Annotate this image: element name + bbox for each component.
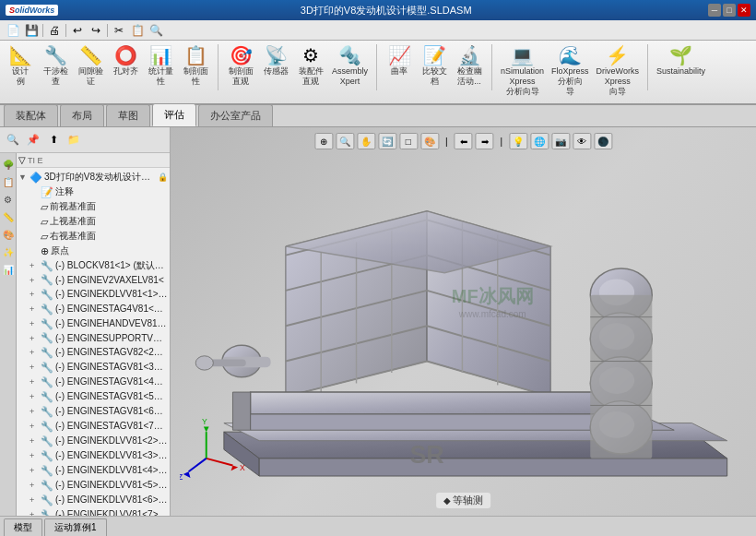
- lv-propertymanager-icon[interactable]: 📋: [1, 174, 16, 189]
- lv-dimbxpert-icon[interactable]: 📏: [1, 209, 16, 224]
- ribbon-check-button[interactable]: 🔬 检查幽活动...: [453, 44, 486, 89]
- lv-featuretree-icon[interactable]: 🌳: [1, 157, 16, 172]
- tab-evaluate[interactable]: 评估: [152, 103, 196, 126]
- tree-kdl2-item[interactable]: + 🔧 (-) ENGINEKDLVV81<2> (默: [18, 434, 168, 448]
- tree-stag2-item[interactable]: + 🔧 (-) ENGINESTAGV82<2> (默: [18, 345, 168, 360]
- ribbon-clearance-button[interactable]: 📏 间隙验证: [74, 44, 107, 89]
- tree-engine5-item[interactable]: + 🔧 (-) ENGINESUPPORTVV83<: [18, 331, 168, 345]
- tree-engine1-item[interactable]: + 🔧 (-) ENGINEV2VAXELV81<: [18, 273, 168, 287]
- tree-toggle-e2[interactable]: +: [30, 290, 41, 299]
- minimize-button[interactable]: ─: [708, 4, 721, 17]
- tree-toggle-s2[interactable]: +: [30, 348, 41, 357]
- rotate-icon[interactable]: 🔄: [378, 133, 396, 149]
- tree-toggle-k3[interactable]: +: [30, 451, 41, 460]
- copy-icon[interactable]: 📋: [128, 22, 147, 39]
- ribbon-section-button[interactable]: 📋 制剖面性: [179, 44, 212, 89]
- ribbon-flox-button[interactable]: 🌊 FloXpress分析向导: [549, 44, 592, 98]
- section-view-icon[interactable]: □: [399, 133, 418, 149]
- lv-appearance-icon[interactable]: ✨: [1, 244, 16, 259]
- tree-toggle-s6[interactable]: +: [30, 407, 41, 416]
- tree-root-item[interactable]: ▼ 🔷 3D打印的V8发动机设计模型 🔒: [18, 170, 168, 185]
- tree-stag4-item[interactable]: + 🔧 (-) ENGINESTAGV81<4> (默: [18, 375, 168, 389]
- ribbon-curve-button[interactable]: 📈 曲率: [383, 44, 416, 78]
- tree-toggle-k5[interactable]: +: [30, 481, 41, 490]
- ribbon-design-button[interactable]: 📐 设计例: [4, 44, 37, 89]
- ribbon-drive-button[interactable]: ⚡ DriveWorksXpress向导: [594, 44, 642, 98]
- display-style-icon[interactable]: 🎨: [420, 133, 439, 149]
- tree-frontplane-item[interactable]: ▱ 前视基准面: [18, 199, 168, 214]
- lt-pin-icon[interactable]: 📌: [24, 131, 42, 149]
- undo-icon[interactable]: ↩: [68, 22, 87, 39]
- ribbon-xpert-button[interactable]: 🔩 AssemblyXpert: [329, 44, 371, 89]
- ribbon-stats-button[interactable]: 📊 统计量性: [144, 44, 177, 89]
- lt-search-icon[interactable]: 🔍: [4, 131, 22, 149]
- tree-toggle-s4[interactable]: +: [30, 377, 41, 387]
- tree-toggle-k6[interactable]: +: [30, 495, 41, 505]
- save-icon[interactable]: 💾: [22, 22, 41, 39]
- 3d-viewport[interactable]: ⊕ 🔍 ✋ 🔄 □ 🎨 | ⬅ ➡ | 💡 🌐 📷 👁 🌑: [171, 127, 756, 516]
- tab-motion[interactable]: 运动算例1: [44, 518, 107, 536]
- tree-stag6-item[interactable]: + 🔧 (-) ENGINESTAGV81<6> (默: [18, 404, 168, 419]
- tab-sketch[interactable]: 草图: [106, 104, 150, 126]
- tree-toggle-s3[interactable]: +: [30, 363, 41, 372]
- zoom-fit-icon[interactable]: ⊕: [314, 133, 333, 149]
- print-icon[interactable]: 🖨: [45, 22, 64, 39]
- ribbon-view3d-button[interactable]: 🎯 制剖面直观: [224, 44, 257, 89]
- tree-kdl5-item[interactable]: + 🔧 (-) ENGINEKDLVV81<5> (默: [18, 478, 168, 493]
- tree-toggle-e4[interactable]: +: [30, 319, 41, 328]
- tree-toggle-s5[interactable]: +: [30, 392, 41, 401]
- tree-toggle-e1[interactable]: +: [30, 276, 41, 285]
- realview-icon[interactable]: 👁: [573, 133, 591, 149]
- shadows-icon[interactable]: 🌑: [594, 133, 612, 149]
- tree-toggle-e5[interactable]: +: [30, 334, 41, 343]
- pan-icon[interactable]: ✋: [357, 133, 375, 149]
- tree-toggle-s7[interactable]: +: [30, 422, 41, 431]
- tree-kdl3-item[interactable]: + 🔧 (-) ENGINEKDLVV81<3> (默: [18, 448, 168, 463]
- tree-root-toggle[interactable]: ▼: [18, 173, 30, 182]
- lighting-icon[interactable]: 💡: [509, 133, 527, 149]
- lt-expand-icon[interactable]: 📁: [65, 131, 83, 149]
- lv-configmanager-icon[interactable]: ⚙: [1, 192, 16, 207]
- tab-office[interactable]: 办公室产品: [198, 104, 273, 126]
- maximize-button[interactable]: □: [723, 4, 736, 17]
- tree-block-item[interactable]: + 🔧 (-) BLOCKV81<1> (默认<数: [18, 258, 168, 273]
- tree-stag7-item[interactable]: + 🔧 (-) ENGINESTAGV81<7> (默: [18, 419, 168, 434]
- lv-display-icon[interactable]: 🎨: [1, 227, 16, 242]
- scene-icon[interactable]: 🌐: [530, 133, 549, 149]
- tab-layout[interactable]: 布局: [60, 104, 104, 126]
- tree-stag3-item[interactable]: + 🔧 (-) ENGINESTAGV81<3> (默: [18, 360, 168, 375]
- ribbon-compare-button[interactable]: 📝 比较文档: [418, 44, 451, 89]
- tree-toggle-k4[interactable]: +: [30, 466, 41, 475]
- tree-origin-item[interactable]: ⊕ 原点: [18, 244, 168, 258]
- tab-assembly[interactable]: 装配体: [4, 104, 58, 126]
- zoom-area-icon[interactable]: 🔍: [336, 133, 354, 149]
- tree-topplane-item[interactable]: ▱ 上视基准面: [18, 214, 168, 229]
- tree-kdl4-item[interactable]: + 🔧 (-) ENGINEKDLVV81<4> (默: [18, 463, 168, 478]
- tree-engine4-item[interactable]: + 🔧 (-) ENGINEHANDVEV81<1> (默: [18, 316, 168, 331]
- tree-annotation-item[interactable]: 📝 注释: [18, 185, 168, 199]
- search-icon[interactable]: 🔍: [147, 22, 165, 39]
- tree-toggle-k2[interactable]: +: [30, 436, 41, 446]
- tree-toggle-bl[interactable]: +: [30, 261, 41, 270]
- ribbon-nsim-button[interactable]: 💻 nSimulationXpress分析向导: [498, 44, 547, 98]
- tab-model[interactable]: 模型: [4, 518, 42, 536]
- lv-sim-icon[interactable]: 📊: [1, 262, 16, 277]
- close-button[interactable]: ✕: [738, 4, 750, 17]
- redo-icon[interactable]: ↪: [87, 22, 105, 39]
- ribbon-interference-button[interactable]: 🔧 干涉检查: [39, 44, 72, 89]
- prev-view-icon[interactable]: ⬅: [455, 133, 473, 149]
- next-view-icon[interactable]: ➡: [476, 133, 494, 149]
- tree-toggle-e3[interactable]: +: [30, 304, 41, 314]
- lt-collapse-icon[interactable]: ⬆: [44, 131, 63, 149]
- ribbon-sensor-button[interactable]: 📡 传感器: [259, 44, 292, 78]
- cut-icon[interactable]: ✂: [110, 22, 128, 39]
- tree-kdl6-item[interactable]: + 🔧 (-) ENGINEKDLVV81<6> (默: [18, 493, 168, 507]
- ribbon-assembly-button[interactable]: ⚙ 装配件直观: [294, 44, 327, 89]
- tree-kdl7-item[interactable]: + 🔧 (-) ENGINEKDLVV81<7> (默: [18, 507, 168, 516]
- tree-rightplane-item[interactable]: ▱ 右视基准面: [18, 229, 168, 244]
- tree-stag5-item[interactable]: + 🔧 (-) ENGINESTAGV81<5> (默: [18, 389, 168, 404]
- new-file-icon[interactable]: 📄: [4, 22, 22, 39]
- tree-engine2-item[interactable]: + 🔧 (-) ENGINEKDLVV81<1> (默: [18, 287, 168, 302]
- tree-engine3-item[interactable]: + 🔧 (-) ENGINESTAG4V81<1> (默: [18, 302, 168, 316]
- camera-icon[interactable]: 📷: [551, 133, 570, 149]
